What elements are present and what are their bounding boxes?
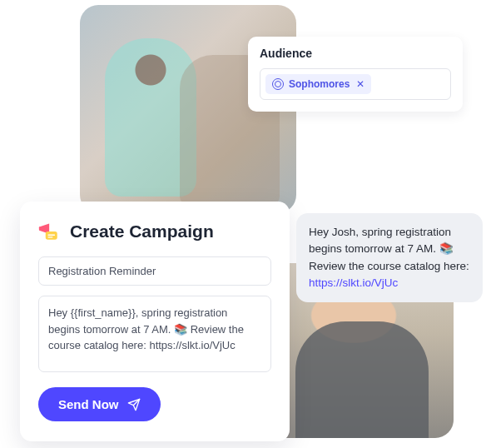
- paper-plane-icon: [127, 398, 141, 411]
- preview-text-1: Hey Josh, spring registration begins tom…: [309, 226, 451, 255]
- campaign-name-value: Registration Reminder: [48, 265, 156, 277]
- audience-label: Audience: [260, 47, 451, 60]
- campaign-title: Create Campaign: [70, 222, 214, 241]
- books-emoji: 📚: [174, 321, 187, 338]
- preview-link[interactable]: https://slkt.io/VjUc: [309, 276, 398, 289]
- audience-tag[interactable]: Sophomores ✕: [265, 74, 371, 94]
- campaign-message-input[interactable]: Hey {{first_name}}, spring registration …: [38, 296, 271, 372]
- audience-card: Audience Sophomores ✕: [248, 37, 463, 112]
- campaign-header: Create Campaign: [38, 220, 271, 243]
- campaign-name-input[interactable]: Registration Reminder: [38, 256, 271, 286]
- audience-tag-label: Sophomores: [289, 78, 350, 90]
- svg-rect-3: [47, 236, 52, 237]
- remove-tag-icon[interactable]: ✕: [356, 78, 365, 90]
- audience-input[interactable]: Sophomores ✕: [260, 68, 451, 100]
- message-preview-bubble: Hey Josh, spring registration begins tom…: [296, 213, 483, 302]
- preview-text-2: Review the course catalog here:: [309, 260, 469, 272]
- books-emoji: 📚: [439, 241, 454, 257]
- svg-rect-2: [47, 235, 55, 236]
- megaphone-chat-icon: [38, 220, 62, 243]
- svg-rect-0: [39, 226, 42, 231]
- send-now-button[interactable]: Send Now: [38, 387, 161, 421]
- segment-icon: [272, 78, 284, 90]
- create-campaign-card: Create Campaign Registration Reminder He…: [20, 202, 290, 441]
- send-now-label: Send Now: [58, 397, 119, 411]
